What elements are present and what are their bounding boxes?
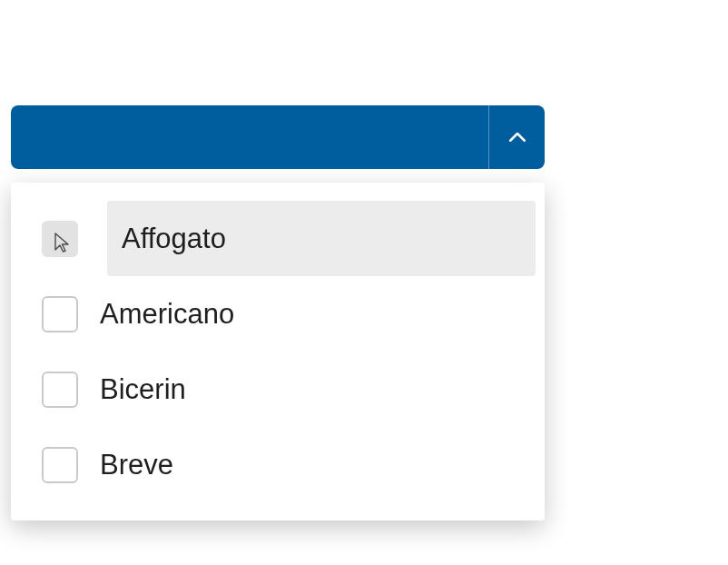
dropdown-selected-area	[11, 105, 488, 169]
option-checkbox[interactable]	[42, 296, 78, 332]
dropdown-option[interactable]: Breve	[20, 427, 536, 502]
dropdown-caret-area[interactable]	[488, 105, 545, 169]
dropdown-option[interactable]: Affogato	[20, 201, 536, 276]
option-checkbox[interactable]	[42, 221, 78, 257]
option-label: Affogato	[122, 223, 226, 255]
options-list: Affogato Americano Bicerin Breve	[20, 201, 536, 502]
dropdown-option[interactable]: Bicerin	[20, 352, 536, 427]
option-label: Americano	[100, 298, 234, 331]
multiselect-dropdown: Affogato Americano Bicerin Breve	[11, 105, 545, 520]
option-checkbox[interactable]	[42, 447, 78, 483]
option-checkbox[interactable]	[42, 372, 78, 408]
option-highlight: Affogato	[107, 201, 536, 276]
dropdown-toggle[interactable]	[11, 105, 545, 169]
option-label: Breve	[100, 449, 173, 481]
dropdown-panel: Affogato Americano Bicerin Breve	[11, 183, 545, 520]
chevron-up-icon	[509, 133, 526, 142]
dropdown-option[interactable]: Americano	[20, 276, 536, 352]
option-label: Bicerin	[100, 373, 186, 406]
